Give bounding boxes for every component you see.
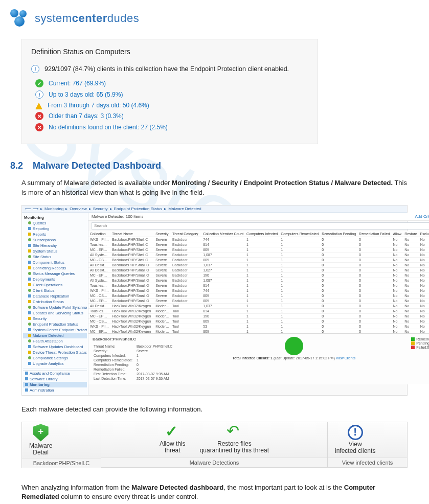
column-header[interactable]: Restore: [403, 231, 419, 237]
legend-pending-icon: [411, 341, 415, 345]
tree-root[interactable]: Monitoring: [23, 215, 87, 220]
tree-item[interactable]: Conflicting Records: [23, 265, 87, 271]
tree-node-icon: [28, 300, 31, 303]
column-header[interactable]: Collection: [88, 231, 110, 237]
status-no-definitions[interactable]: ✕ No definitions found on the client: 27…: [35, 123, 308, 131]
tree-item[interactable]: Site Status: [23, 254, 87, 260]
tree-item[interactable]: Software Update Point Synchronization St…: [23, 305, 87, 310]
tree-node-icon: [28, 351, 31, 354]
table-row[interactable]: MC - CS…Backdoor:PHP/Small.OSevereBackdo…: [88, 293, 429, 298]
detail-row: Remediation Failed:0: [94, 368, 175, 371]
column-header[interactable]: Threat Category: [171, 231, 201, 237]
add-criteria-link[interactable]: Add Criteria ▾: [415, 214, 429, 219]
undo-icon: ↶: [227, 425, 242, 440]
panel-title: Definition Status on Computers: [31, 48, 308, 56]
search-input[interactable]: Search 🔍: [92, 222, 429, 230]
check-icon: ✓: [165, 425, 179, 440]
table-row[interactable]: MC - CS…Backdoor:PHP/Shell.CSevereBackdo…: [88, 257, 429, 262]
tree-item[interactable]: Deployments: [23, 277, 87, 282]
detail-row: Computers Infected:1: [94, 354, 175, 357]
tree-item[interactable]: Compliance Settings: [23, 355, 87, 361]
tree-item[interactable]: Queries: [23, 220, 87, 226]
table-row[interactable]: Tous les…Backdoor:PHP/Shell.CSevereBackd…: [88, 242, 429, 247]
column-header[interactable]: Remediation Failed: [357, 231, 391, 237]
table-row[interactable]: WKS - Pil…HackTool:Win32/KeygenModer…Too…: [88, 324, 429, 329]
status-dot-icon: [285, 337, 303, 355]
table-row[interactable]: MC - EP…HackTool:Win32/KeygenModer…Tool1…: [88, 313, 429, 318]
tree-item[interactable]: System Center Endpoint Protection Sta…: [23, 327, 87, 333]
breadcrumb[interactable]: ⟵ ⟶ ▸ Monitoring▸ Overview▸ Security▸ En…: [22, 205, 407, 213]
tree-item[interactable]: Client Operations: [23, 282, 87, 288]
tree-item[interactable]: Device Threat Protection Status: [23, 350, 87, 355]
dashboard-screenshot: ⟵ ⟶ ▸ Monitoring▸ Overview▸ Security▸ En…: [21, 205, 408, 396]
table-row[interactable]: Tous les…HackTool:Win32/KeygenModer…Tool…: [88, 308, 429, 313]
tree-item[interactable]: Client Status: [23, 288, 87, 293]
tree-node-icon: [28, 294, 31, 297]
error-icon: ✕: [35, 123, 43, 131]
table-row[interactable]: MC - ER…Backdoor:PHP/Shell.CSevereBackdo…: [88, 247, 429, 252]
tree-node-icon: [28, 356, 31, 359]
table-row[interactable]: MC - CS…HackTool:Win32/KeygenModer…Tool8…: [88, 318, 429, 324]
tree-item[interactable]: Reporting: [23, 226, 87, 232]
table-row[interactable]: WKS - Pil…Backdoor:PHP/Small.OSevereBack…: [88, 288, 429, 293]
warning-icon: [35, 103, 42, 109]
tree-item[interactable]: System Status: [23, 248, 87, 254]
allow-threat-button[interactable]: ✓ Allow this threat: [152, 422, 193, 457]
tree-item[interactable]: Software Updates Dashboard: [23, 344, 87, 350]
status-current[interactable]: ✓ Current: 767 (69.9%): [35, 79, 308, 87]
table-row[interactable]: All Deskt…Backdoor:PHP/Small.OSevereBack…: [88, 267, 429, 272]
total-infected-label: Total Infected Clients: 1 (Last Update: …: [197, 356, 391, 360]
tree-item[interactable]: Endpoint Protection Status: [23, 322, 87, 327]
tree-item[interactable]: Site Hierarchy: [23, 243, 87, 248]
tree-item[interactable]: Upgrade Analytics: [23, 361, 87, 366]
tree-item[interactable]: Health Attestation: [23, 338, 87, 344]
restore-files-button[interactable]: ↶ Restore files quarantined by this thre…: [193, 422, 276, 457]
table-row[interactable]: MC - ER…Backdoor:PHP/Small.OSevereBackdo…: [88, 298, 429, 303]
nav-back-icon[interactable]: ⟵: [25, 207, 31, 211]
view-infected-clients-button[interactable]: ! View infected clients: [328, 422, 382, 457]
grid-title-bar: Malware Detected 100 items Add Criteria …: [88, 213, 429, 221]
column-header[interactable]: Allow: [391, 231, 403, 237]
column-header[interactable]: Threat Name: [110, 231, 154, 237]
malware-detail-button[interactable]: Malware Detail: [22, 422, 59, 458]
table-row[interactable]: All Deskt…HackTool:Win32/KeygenModer…Too…: [88, 303, 429, 308]
tree-node-icon: [28, 339, 31, 342]
workspace-nav-item[interactable]: Administration: [23, 387, 87, 393]
table-row[interactable]: Tous les…Backdoor:PHP/Small.OSevereBackd…: [88, 283, 429, 288]
status-3-7-days[interactable]: From 3 through 7 days old: 50 (4.6%): [35, 102, 308, 109]
tree-item[interactable]: Database Replication: [23, 293, 87, 299]
tree-item[interactable]: Security: [23, 316, 87, 322]
table-row[interactable]: WKS - Pil…Backdoor:PHP/Shell.CSevereBack…: [88, 237, 429, 242]
table-row[interactable]: MC - EP…Backdoor:PHP/Small.OSevereBackdo…: [88, 272, 429, 278]
tree-item[interactable]: Subscriptions: [23, 237, 87, 243]
table-row[interactable]: All Deskt…Backdoor:PHP/Small.OSevereBack…: [88, 262, 429, 267]
column-header[interactable]: Computers Remediated: [279, 231, 320, 237]
workspace-nav-item[interactable]: Software Library: [23, 376, 87, 382]
view-clients-link[interactable]: View Clients: [336, 356, 355, 360]
tree-item[interactable]: Component Status: [23, 260, 87, 265]
status-up-to-3-days[interactable]: i Up to 3 days old: 65 (5.9%): [35, 90, 308, 99]
workspace-nav-item[interactable]: Monitoring: [23, 382, 87, 387]
tree-node-icon: [28, 227, 31, 230]
table-row[interactable]: All Syste…Backdoor:PHP/Shell.CSevereBack…: [88, 252, 429, 257]
tree-item[interactable]: Distribution Status: [23, 299, 87, 305]
tree-item[interactable]: Reports: [23, 232, 87, 237]
column-header[interactable]: Collection Member Count: [201, 231, 245, 237]
final-paragraph: When analyzing information from the Malw…: [21, 483, 408, 502]
column-header[interactable]: Severity: [154, 231, 171, 237]
tree-item[interactable]: Updates and Servicing Status: [23, 310, 87, 316]
workspace-nav-item[interactable]: Assets and Compliance: [23, 371, 87, 376]
nav-fwd-icon[interactable]: ⟶: [33, 207, 38, 211]
malware-table[interactable]: CollectionThreat NameSeverityThreat Cate…: [88, 231, 429, 333]
tree-item[interactable]: Status Message Queries: [23, 271, 87, 277]
status-summary: i 929/1097 (84.7%) clients in this colle…: [31, 65, 308, 73]
table-row[interactable]: MC - ER…HackTool:Win32/KeygenModer…Tool8…: [88, 329, 429, 333]
tree-item[interactable]: Malware Detected: [23, 333, 87, 338]
status-older-7-days[interactable]: ✕ Older than 7 days: 3 (0.3%): [35, 112, 308, 120]
column-header[interactable]: Remediation Pending: [320, 231, 357, 237]
column-header[interactable]: Computers Infected: [245, 231, 279, 237]
tree-node-icon: [28, 306, 31, 309]
table-row[interactable]: All Syste…Backdoor:PHP/Small.OSevereBack…: [88, 278, 429, 283]
column-header[interactable]: Exclude Path: [419, 231, 429, 237]
nav-tree[interactable]: Monitoring QueriesReportingReportsSubscr…: [22, 213, 88, 395]
